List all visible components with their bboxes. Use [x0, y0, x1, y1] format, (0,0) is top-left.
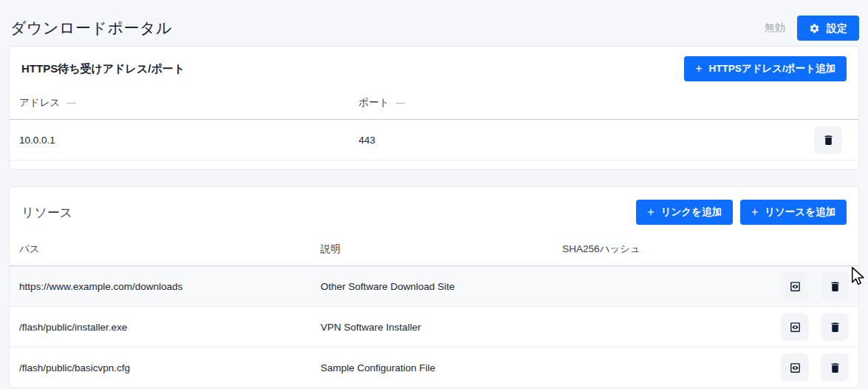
add-link-button[interactable]: + リンクを追加	[636, 200, 733, 225]
delete-button[interactable]	[821, 272, 849, 300]
table-row: /flash/public/basicvpn.cfg Sample Config…	[10, 348, 858, 388]
column-header-port[interactable]: ポート—	[349, 89, 792, 120]
sha256-cell	[553, 348, 766, 388]
sha256-cell	[553, 266, 766, 307]
resources-card-title: リソース	[21, 204, 72, 221]
add-link-button-label: リンクを追加	[661, 206, 722, 218]
https-listener-card-title: HTTPS待ち受けアドレス/ポート	[21, 62, 185, 76]
delete-button[interactable]	[814, 126, 842, 154]
card-bottom-spacer	[10, 160, 858, 169]
row-actions	[766, 307, 858, 348]
row-actions	[766, 266, 858, 307]
https-listener-card: HTTPS待ち受けアドレス/ポート + HTTPSアドレス/ポート追加 アドレス…	[9, 46, 859, 170]
gear-icon	[809, 23, 820, 34]
path-cell: https://www.example.com/downloads	[10, 266, 311, 307]
sha256-cell	[553, 307, 766, 348]
trash-icon	[829, 362, 841, 374]
https-listener-card-header: HTTPS待ち受けアドレス/ポート + HTTPSアドレス/ポート追加	[10, 47, 858, 89]
https-listener-table: アドレス— ポート— 10.0.0.1 443	[10, 89, 858, 160]
description-cell: Other Software Download Site	[311, 266, 553, 307]
address-cell: 10.0.0.1	[10, 120, 349, 160]
preview-icon	[789, 321, 802, 334]
top-bar: ダウンロードポータル 無効 設定	[0, 0, 868, 46]
add-https-address-port-label: HTTPSアドレス/ポート追加	[709, 63, 835, 75]
preview-button[interactable]	[781, 313, 809, 341]
description-cell: VPN Software Installer	[311, 307, 553, 348]
add-https-address-port-button[interactable]: + HTTPSアドレス/ポート追加	[684, 56, 847, 81]
row-actions	[792, 120, 858, 160]
column-header-path: パス	[10, 235, 311, 266]
delete-button[interactable]	[821, 354, 849, 382]
settings-button-label: 設定	[827, 22, 847, 34]
column-header-actions	[766, 235, 858, 266]
column-header-sha256: SHA256ハッシュ	[553, 235, 766, 266]
row-actions	[766, 348, 858, 388]
plus-icon: +	[647, 207, 654, 217]
sort-indicator: —	[396, 98, 405, 108]
settings-button[interactable]: 設定	[797, 16, 859, 41]
table-row: 10.0.0.1 443	[10, 120, 858, 160]
description-cell: Sample Configuration File	[311, 348, 553, 388]
add-resource-button[interactable]: + リソースを追加	[740, 200, 847, 225]
trash-icon	[822, 134, 835, 146]
path-cell: /flash/public/installer.exe	[10, 307, 311, 348]
preview-icon	[789, 280, 802, 293]
resources-card-buttons: + リンクを追加 + リソースを追加	[636, 200, 847, 225]
delete-button[interactable]	[821, 313, 849, 341]
path-cell: /flash/public/basicvpn.cfg	[10, 348, 311, 388]
column-header-address[interactable]: アドレス—	[10, 89, 349, 120]
preview-icon	[789, 362, 802, 374]
plus-icon: +	[695, 64, 702, 74]
table-header-row: アドレス— ポート—	[10, 89, 858, 120]
table-row: https://www.example.com/downloads Other …	[10, 266, 858, 307]
add-resource-button-label: リソースを追加	[765, 206, 835, 218]
table-header-row: パス 説明 SHA256ハッシュ	[10, 235, 858, 266]
port-cell: 443	[349, 120, 792, 160]
column-header-actions	[792, 89, 858, 120]
trash-icon	[829, 280, 841, 293]
resources-table: パス 説明 SHA256ハッシュ https://www.example.com…	[10, 235, 858, 388]
status-badge: 無効	[765, 21, 785, 35]
table-row: /flash/public/installer.exe VPN Software…	[10, 307, 858, 348]
top-bar-actions: 無効 設定	[765, 16, 859, 41]
preview-button[interactable]	[781, 354, 809, 382]
preview-button[interactable]	[781, 272, 809, 300]
resources-card-header: リソース + リンクを追加 + リソースを追加	[10, 187, 858, 235]
page-title: ダウンロードポータル	[10, 18, 172, 38]
sort-indicator: —	[66, 98, 75, 108]
plus-icon: +	[751, 207, 758, 217]
resources-card: リソース + リンクを追加 + リソースを追加 パス 説明 SHA256ハッシュ…	[9, 186, 859, 388]
trash-icon	[829, 321, 841, 334]
column-header-description: 説明	[311, 235, 553, 266]
